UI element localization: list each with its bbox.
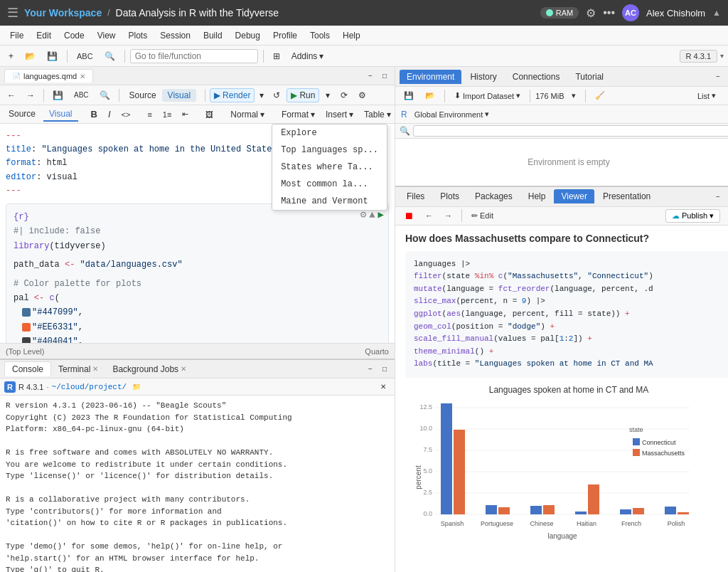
env-open-button[interactable]: 📂 [421,89,439,102]
viewer-stop-button[interactable]: ⏹ [400,208,418,223]
memory-options-button[interactable]: ▾ [567,89,580,102]
undo-button[interactable]: ← [3,88,20,102]
viewer-collapse-button[interactable]: − [712,191,724,202]
source-mode-tab[interactable]: Source [124,89,162,102]
viewer-refresh-button[interactable]: ↺ [723,209,728,223]
import-dataset-button[interactable]: ⬇ Import Dataset ▾ [450,89,525,102]
open-folder-console-button[interactable]: 📁 [129,381,144,392]
menu-item-help[interactable]: Help [337,28,366,43]
menu-item-debug[interactable]: Debug [230,28,266,43]
background-jobs-tab[interactable]: Background Jobs ✕ [105,362,193,376]
terminal-close-icon[interactable]: ✕ [92,365,98,373]
more-run-button[interactable]: ⟳ [336,88,352,102]
menu-item-file[interactable]: File [4,28,29,43]
search-button[interactable]: 🔍 [100,49,119,63]
env-save-button[interactable]: 💾 [400,89,418,102]
console-collapse-button[interactable]: − [365,364,376,374]
publish-button[interactable]: ☁ Publish ▾ [665,209,720,223]
console-clear-button[interactable]: ✕ [376,381,390,393]
env-collapse-button[interactable]: − [712,71,724,82]
code-button[interactable]: <> [117,109,135,120]
files-tab[interactable]: Files [400,189,432,203]
editor-tab-languages[interactable]: 📄 languages.qmd ✕ [4,69,93,83]
environment-tab[interactable]: Environment [400,70,461,84]
settings-editor-button[interactable]: ⚙ [354,88,370,102]
menu-item-session[interactable]: Session [154,28,196,43]
bullet-list-button[interactable]: ≡ [143,108,156,121]
history-tab[interactable]: History [463,70,503,84]
outdent-button[interactable]: ⇤ [178,107,193,121]
insert-button[interactable]: Insert ▾ [321,107,358,122]
visual-tab-2[interactable]: Visual [43,107,77,122]
global-env-dropdown[interactable]: Global Environment ▾ [410,107,494,121]
viewer-back-button[interactable]: ← [421,209,437,222]
console-body[interactable]: R version 4.3.1 (2023-06-16) -- "Beagle … [0,396,395,572]
terminal-tab[interactable]: Terminal ✕ [51,362,105,376]
viewer-tab[interactable]: Viewer [554,189,594,203]
run-options-button[interactable]: ▾ [321,88,334,102]
editor-expand-button[interactable]: □ [379,70,390,81]
menu-item-code[interactable]: Code [58,28,90,43]
menu-item-tools[interactable]: Tools [304,28,336,43]
save-button[interactable]: 💾 [43,49,62,63]
dropdown-top-languages[interactable]: Top languages sp... [272,142,387,159]
visual-mode-tab[interactable]: Visual [162,89,196,102]
refresh-button[interactable]: ↺ [269,88,284,102]
tutorial-tab[interactable]: Tutorial [568,70,611,84]
packages-tab[interactable]: Packages [468,189,520,203]
workspace-link[interactable]: Your Workspace [24,7,102,18]
settings-button[interactable]: ⚙ [586,6,596,20]
app-menu-icon[interactable]: ☰ [7,5,18,21]
tab-close-icon[interactable]: ✕ [80,73,85,80]
connections-tab[interactable]: Connections [505,70,567,84]
source-tab-2[interactable]: Source [3,107,41,122]
render-button[interactable]: ▶ Render [210,88,255,102]
console-expand-button[interactable]: □ [379,364,390,374]
italic-button[interactable]: I [104,107,115,121]
editor-tab-bar: 📄 languages.qmd ✕ − □ [0,67,395,85]
bgjobs-close-icon[interactable]: ✕ [181,365,186,373]
editor-collapse-button[interactable]: − [365,70,376,81]
env-search-input[interactable] [413,125,728,137]
image-button[interactable]: 🖼 [201,108,218,121]
goto-file-input[interactable] [130,49,258,63]
console-tab[interactable]: Console [4,361,51,376]
table-button[interactable]: Table ▾ [360,107,395,122]
dropdown-maine[interactable]: Maine and Vermont [272,193,387,210]
viewer-forward-button[interactable]: → [440,209,456,222]
dropdown-states[interactable]: States where Ta... [272,159,387,176]
menu-item-view[interactable]: View [92,28,122,43]
render-dropdown-button[interactable]: ▾ [257,88,267,102]
run-button[interactable]: ▶ Run [287,88,319,102]
open-file-button[interactable]: 📂 [21,49,40,63]
find-button[interactable]: 🔍 [95,88,114,102]
spellcheck-button[interactable]: ABC [70,89,93,101]
svg-rect-15 [486,505,497,514]
format-button[interactable]: Format ▾ [277,107,319,122]
source-editor[interactable]: Explore Top languages sp... States where… [0,124,395,343]
dropdown-explore[interactable]: Explore [272,125,387,142]
list-view-button[interactable]: List ▾ [693,89,720,102]
edit-button[interactable]: ✏ Edit [467,209,498,223]
files-viewer-panel: Files Plots Packages Help Viewer Present… [395,187,728,572]
more-options-button[interactable]: ••• [603,6,615,19]
menu-item-profile[interactable]: Profile [267,28,303,43]
chunk-options-button[interactable]: ⊞ [269,49,284,63]
bold-button[interactable]: B [87,107,102,121]
help-tab[interactable]: Help [521,189,553,203]
presentation-tab[interactable]: Presentation [596,189,658,203]
redo-button[interactable]: → [22,88,39,102]
new-file-button[interactable]: + [4,49,18,63]
editor-save-button[interactable]: 💾 [48,88,68,102]
numbered-list-button[interactable]: 1≡ [159,108,176,121]
addins-button[interactable]: Addins ▾ [287,49,328,63]
broom-button[interactable]: 🧹 [591,89,609,102]
dropdown-most-common[interactable]: Most common la... [272,176,387,193]
menu-item-edit[interactable]: Edit [31,28,57,43]
env-refresh-button[interactable]: ↺ [723,89,728,102]
normal-style-button[interactable]: Normal ▾ [226,107,269,122]
menu-item-build[interactable]: Build [198,28,228,43]
menu-item-plots[interactable]: Plots [123,28,154,43]
spell-check-button[interactable]: ABC [73,50,97,63]
plots-tab[interactable]: Plots [433,189,466,203]
